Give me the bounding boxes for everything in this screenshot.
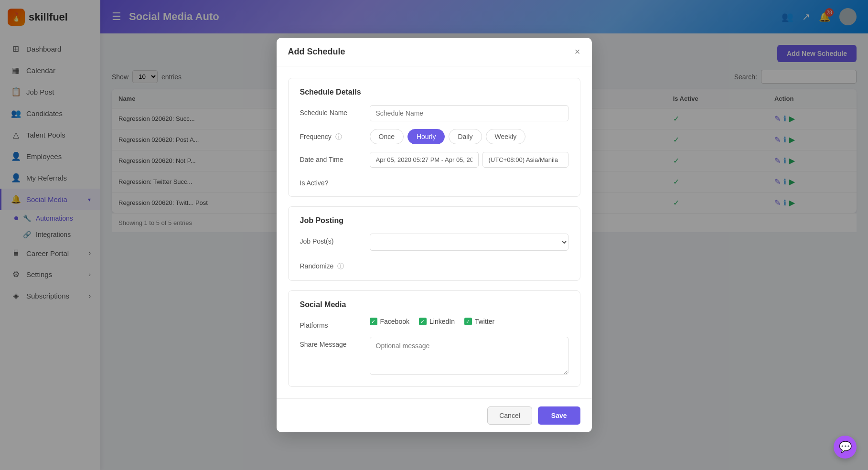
platform-linkedin: ✓ LinkedIn [419, 318, 455, 325]
freq-weekly-button[interactable]: Weekly [486, 129, 526, 144]
chat-icon: 💬 [839, 441, 852, 453]
frequency-label: Frequency ⓘ [300, 129, 362, 141]
modal-title: Add Schedule [288, 47, 345, 57]
date-range-input[interactable] [370, 152, 479, 168]
platforms-label: Platforms [300, 318, 362, 329]
platform-twitter: ✓ Twitter [464, 318, 494, 325]
freq-hourly-button[interactable]: Hourly [407, 129, 445, 144]
share-message-group: Share Message [300, 337, 568, 377]
share-message-wrap [370, 337, 568, 377]
schedule-name-group: Schedule Name [300, 105, 568, 121]
is-active-label: Is Active? [300, 175, 362, 187]
randomize-wrap [370, 258, 568, 267]
modal-body: Schedule Details Schedule Name Frequency… [277, 66, 592, 398]
facebook-checkbox[interactable]: ✓ [370, 318, 377, 325]
frequency-help-icon[interactable]: ⓘ [335, 133, 342, 140]
job-posting-section: Job Posting Job Post(s) Randomize ⓘ [288, 206, 580, 281]
date-time-label: Date and Time [300, 152, 362, 163]
is-active-group: Is Active? [300, 175, 568, 187]
modal-overlay: Add Schedule × Schedule Details Schedule… [0, 0, 868, 470]
job-posts-group: Job Post(s) [300, 234, 568, 251]
schedule-name-wrap [370, 105, 568, 121]
add-schedule-modal: Add Schedule × Schedule Details Schedule… [277, 38, 592, 432]
modal-close-button[interactable]: × [575, 46, 580, 57]
facebook-label: Facebook [380, 318, 409, 325]
social-media-section: Social Media Platforms ✓ Facebook ✓ Li [288, 290, 580, 387]
date-time-wrap [370, 152, 568, 168]
share-message-label: Share Message [300, 337, 362, 348]
date-time-group: Date and Time [300, 152, 568, 168]
job-posting-title: Job Posting [300, 216, 568, 225]
randomize-help-icon[interactable]: ⓘ [337, 262, 344, 270]
platforms-wrap: ✓ Facebook ✓ LinkedIn ✓ Twitter [370, 318, 568, 325]
platform-list: ✓ Facebook ✓ LinkedIn ✓ Twitter [370, 318, 568, 325]
date-range-wrap [370, 152, 568, 168]
randomize-label: Randomize ⓘ [300, 258, 362, 271]
schedule-details-section: Schedule Details Schedule Name Frequency… [288, 78, 580, 197]
job-posts-select[interactable] [370, 234, 568, 251]
twitter-checkbox[interactable]: ✓ [464, 318, 472, 325]
platforms-group: Platforms ✓ Facebook ✓ LinkedIn [300, 318, 568, 329]
modal-header: Add Schedule × [277, 38, 592, 66]
job-posts-label: Job Post(s) [300, 234, 362, 245]
chat-widget[interactable]: 💬 [834, 436, 857, 459]
social-media-title: Social Media [300, 300, 568, 309]
schedule-name-input[interactable] [370, 105, 568, 121]
is-active-wrap [370, 175, 568, 184]
frequency-wrap: Once Hourly Daily Weekly [370, 129, 568, 144]
linkedin-label: LinkedIn [429, 318, 455, 325]
timezone-input[interactable] [482, 152, 568, 168]
platform-facebook: ✓ Facebook [370, 318, 409, 325]
twitter-label: Twitter [475, 318, 494, 325]
schedule-name-label: Schedule Name [300, 105, 362, 117]
freq-once-button[interactable]: Once [370, 129, 404, 144]
frequency-group: Frequency ⓘ Once Hourly Daily Weekly [300, 129, 568, 144]
job-posts-wrap [370, 234, 568, 251]
linkedin-checkbox[interactable]: ✓ [419, 318, 427, 325]
freq-daily-button[interactable]: Daily [449, 129, 482, 144]
modal-footer: Cancel Save [277, 398, 592, 432]
frequency-buttons: Once Hourly Daily Weekly [370, 129, 568, 144]
schedule-details-title: Schedule Details [300, 88, 568, 96]
save-button[interactable]: Save [538, 406, 580, 425]
share-message-input[interactable] [370, 337, 568, 375]
cancel-button[interactable]: Cancel [487, 406, 532, 425]
randomize-group: Randomize ⓘ [300, 258, 568, 271]
